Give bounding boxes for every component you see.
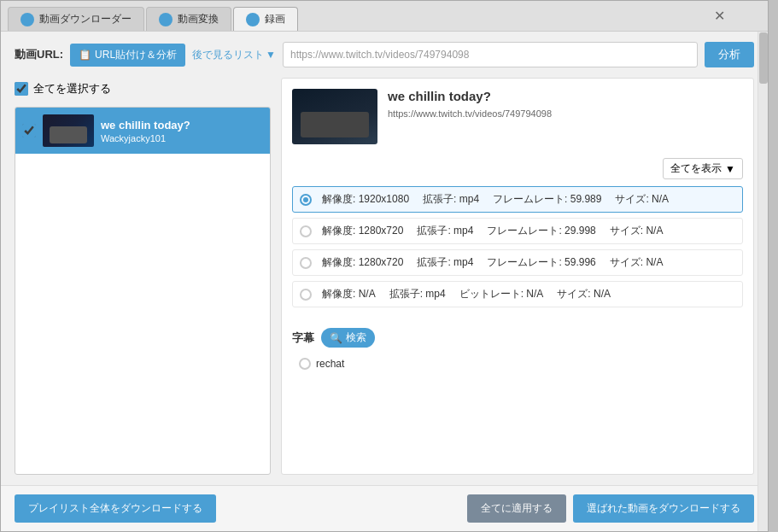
quality-bitrate-4: ビットレート: N/A	[459, 287, 544, 301]
search-icon: 🔍	[330, 332, 342, 344]
tab-record[interactable]: 録画	[233, 7, 298, 31]
tab-record-label: 録画	[265, 12, 285, 26]
video-title: we chillin today?	[101, 119, 190, 132]
dropdown-icon: ▼	[266, 49, 276, 61]
quality-radio-2[interactable]	[300, 225, 312, 237]
quality-radio-3[interactable]	[300, 257, 312, 269]
quality-row-2[interactable]: 解像度: 1280x720 拡張子: mp4 フレームレート: 29.998 サ…	[292, 218, 743, 244]
quality-format-1: 拡張子: mp4	[423, 192, 479, 207]
video-list-item[interactable]: we chillin today? Wackyjacky101	[15, 108, 270, 154]
quality-detail-4: 解像度: N/A 拡張子: mp4 ビットレート: N/A サイズ: N/A	[322, 287, 735, 301]
quality-format-2: 拡張子: mp4	[417, 224, 473, 238]
content-split: 全てを選択する we chillin today? Wackyjacky101	[15, 78, 754, 475]
left-panel: 全てを選択する we chillin today? Wackyjacky101	[15, 78, 271, 475]
tab-downloader-label: 動画ダウンローダー	[39, 12, 132, 26]
video-item-checkbox[interactable]	[22, 124, 36, 137]
url-row: 動画URL: 📋 URL貼付け＆分析 後で見るリスト ▼ 分析	[15, 42, 754, 67]
subtitle-option-rechat[interactable]: rechat	[292, 354, 743, 373]
select-all-row: 全てを選択する	[15, 78, 271, 100]
video-preview-header: we chillin today? https://www.twitch.tv/…	[292, 89, 743, 144]
quality-radio-1[interactable]	[300, 194, 312, 206]
video-info: we chillin today? Wackyjacky101	[101, 119, 190, 143]
quality-framerate-2: フレームレート: 29.998	[487, 224, 595, 238]
url-input[interactable]	[283, 42, 698, 67]
analyze-button[interactable]: 分析	[705, 42, 754, 67]
tab-downloader[interactable]: 動画ダウンローダー	[8, 7, 144, 31]
close-button[interactable]: ✕	[714, 8, 725, 24]
preview-thumb-car	[301, 112, 369, 137]
subtitle-radio-rechat[interactable]	[299, 358, 311, 370]
quality-size-4: サイズ: N/A	[557, 287, 611, 301]
quality-framerate-3: フレームレート: 59.996	[487, 255, 595, 270]
download-selected-button[interactable]: 選ばれた動画をダウンロードする	[573, 494, 754, 523]
quality-size-3: サイズ: N/A	[610, 255, 664, 270]
quality-row-4[interactable]: 解像度: N/A 拡張子: mp4 ビットレート: N/A サイズ: N/A	[292, 281, 743, 307]
main-content: 動画URL: 📋 URL貼付け＆分析 後で見るリスト ▼ 分析 全てを選択する	[1, 32, 768, 485]
tab-convert-icon	[159, 13, 173, 26]
preview-title: we chillin today?	[388, 89, 552, 103]
select-all-label: 全てを選択する	[33, 81, 111, 96]
apply-all-button[interactable]: 全てに適用する	[467, 494, 566, 523]
preview-thumbnail	[292, 89, 377, 144]
subtitle-section: 字幕 🔍 検索 rechat	[292, 328, 743, 373]
bottom-bar: プレイリスト全体をダウンロードする 全てに適用する 選ばれた動画をダウンロードす…	[1, 485, 768, 531]
quality-format-3: 拡張子: mp4	[417, 255, 473, 270]
quality-resolution-1: 解像度: 1920x1080	[322, 192, 409, 207]
preview-url: https://www.twitch.tv/videos/749794098	[388, 108, 552, 119]
bottom-right-buttons: 全てに適用する 選ばれた動画をダウンロードする	[467, 494, 754, 523]
tab-convert-label: 動画変換	[178, 12, 219, 26]
quality-framerate-1: フレームレート: 59.989	[493, 192, 601, 207]
paste-icon: 📋	[79, 49, 91, 61]
quality-size-2: サイズ: N/A	[610, 224, 664, 238]
url-paste-analyze-button[interactable]: 📋 URL貼付け＆分析	[70, 44, 185, 67]
quality-format-4: 拡張子: mp4	[389, 287, 446, 301]
tab-bar: 動画ダウンローダー 動画変換 録画 ✕	[1, 1, 768, 32]
preview-info: we chillin today? https://www.twitch.tv/…	[388, 89, 552, 144]
scrollbar-thumb[interactable]	[759, 32, 768, 84]
right-panel: we chillin today? https://www.twitch.tv/…	[281, 78, 754, 475]
quality-size-1: サイズ: N/A	[615, 192, 669, 207]
video-list: we chillin today? Wackyjacky101	[15, 107, 271, 475]
app-window: 動画ダウンローダー 動画変換 録画 ✕ 動画URL: 📋 URL貼付け＆分析 後…	[0, 0, 769, 532]
quality-detail-1: 解像度: 1920x1080 拡張子: mp4 フレームレート: 59.989 …	[322, 192, 735, 207]
select-all-checkbox[interactable]	[15, 82, 28, 96]
quality-detail-3: 解像度: 1280x720 拡張子: mp4 フレームレート: 59.996 サ…	[322, 255, 735, 270]
url-label: 動画URL:	[15, 47, 63, 62]
tab-downloader-icon	[20, 13, 34, 26]
subtitle-header: 字幕 🔍 検索	[292, 328, 743, 348]
subtitle-name-rechat: rechat	[316, 358, 344, 370]
quality-radio-4[interactable]	[300, 289, 312, 301]
scrollbar-right[interactable]	[758, 32, 768, 531]
chevron-down-icon: ▼	[725, 163, 735, 175]
tab-convert[interactable]: 動画変換	[146, 7, 231, 31]
quality-list: 解像度: 1920x1080 拡張子: mp4 フレームレート: 59.989 …	[292, 186, 743, 307]
tab-record-icon	[246, 13, 260, 26]
quality-resolution-3: 解像度: 1280x720	[322, 255, 403, 270]
show-all-button[interactable]: 全てを表示 ▼	[663, 158, 743, 179]
quality-row-1[interactable]: 解像度: 1920x1080 拡張子: mp4 フレームレート: 59.989 …	[292, 186, 743, 213]
video-thumb-car	[50, 126, 87, 143]
later-list-button[interactable]: 後で見るリスト ▼	[192, 48, 276, 62]
video-channel: Wackyjacky101	[101, 133, 190, 143]
video-thumbnail	[43, 114, 94, 147]
quality-detail-2: 解像度: 1280x720 拡張子: mp4 フレームレート: 29.998 サ…	[322, 224, 735, 238]
quality-row-3[interactable]: 解像度: 1280x720 拡張子: mp4 フレームレート: 59.996 サ…	[292, 249, 743, 276]
quality-resolution-2: 解像度: 1280x720	[322, 224, 403, 238]
subtitle-label: 字幕	[292, 330, 314, 346]
playlist-download-button[interactable]: プレイリスト全体をダウンロードする	[15, 494, 216, 523]
quality-resolution-4: 解像度: N/A	[322, 287, 376, 301]
subtitle-search-button[interactable]: 🔍 検索	[321, 328, 375, 348]
